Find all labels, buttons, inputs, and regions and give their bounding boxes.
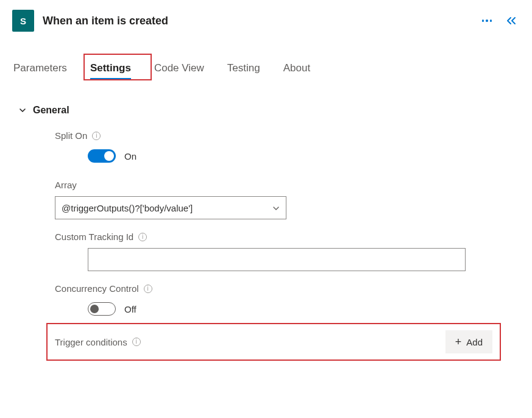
add-button-label: Add xyxy=(466,337,483,347)
array-dropdown-value: @triggerOutputs()?['body/value'] xyxy=(62,203,193,213)
tab-code-view[interactable]: Code View xyxy=(154,58,204,80)
array-label: Array xyxy=(55,180,520,190)
more-options-button[interactable] xyxy=(478,12,495,29)
concurrency-toggle[interactable] xyxy=(88,302,116,316)
collapse-panel-button[interactable] xyxy=(503,12,520,29)
info-icon[interactable]: i xyxy=(138,233,147,241)
section-toggle-general[interactable]: General xyxy=(18,105,520,116)
info-icon[interactable]: i xyxy=(144,285,152,293)
info-icon[interactable]: i xyxy=(132,338,141,346)
split-on-state: On xyxy=(124,151,137,161)
tab-parameters[interactable]: Parameters xyxy=(13,58,67,80)
card-header: S When an item is created xyxy=(12,9,520,33)
concurrency-label: Concurrency Control i xyxy=(55,283,520,294)
split-on-label: Split On i xyxy=(55,130,520,141)
custom-tracking-label: Custom Tracking Id i xyxy=(55,232,520,242)
sharepoint-icon-letter: S xyxy=(20,16,26,26)
chevron-down-icon xyxy=(18,106,27,115)
plus-icon: + xyxy=(455,336,462,347)
trigger-conditions-label: Trigger conditions i xyxy=(55,337,141,347)
section-title: General xyxy=(33,105,69,116)
concurrency-state: Off xyxy=(124,304,137,314)
sharepoint-icon: S xyxy=(12,10,34,32)
tab-about[interactable]: About xyxy=(283,58,310,80)
info-icon[interactable]: i xyxy=(92,132,101,140)
custom-tracking-input[interactable] xyxy=(88,248,466,271)
tab-strip: Parameters Settings Code View Testing Ab… xyxy=(12,58,520,80)
array-dropdown[interactable]: @triggerOutputs()?['body/value'] xyxy=(55,196,286,219)
chevron-down-icon xyxy=(272,204,280,211)
annotation-highlight-settings xyxy=(83,54,152,80)
card-title: When an item is created xyxy=(43,15,168,27)
tab-testing[interactable]: Testing xyxy=(227,58,260,80)
split-on-toggle[interactable] xyxy=(88,149,116,163)
add-trigger-condition-button[interactable]: + Add xyxy=(445,330,492,353)
